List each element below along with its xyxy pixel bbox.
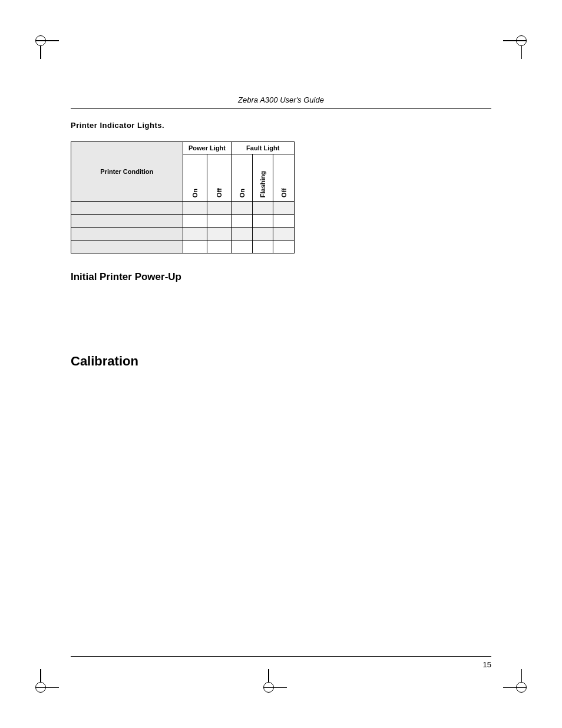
page-header: Zebra A300 User's Guide (71, 94, 491, 109)
table-cell (183, 228, 207, 241)
table-cell (207, 228, 231, 241)
table-cell (183, 241, 207, 253)
table-row (71, 202, 295, 215)
table-cell (207, 241, 231, 253)
table-header-row-1: Printer Condition Power Light Fault Ligh… (71, 142, 295, 154)
col-header-off-2: Off (273, 154, 295, 202)
table-cell (252, 215, 273, 228)
col-header-on-2: On (232, 154, 253, 202)
header-title: Zebra A300 User's Guide (238, 95, 324, 104)
corner-mark-tl (35, 35, 71, 71)
table-cell (273, 241, 295, 253)
col-header-on-1: On (183, 154, 207, 202)
corner-mark-bl (35, 657, 71, 693)
indicator-lights-table: Printer Condition Power Light Fault Ligh… (71, 141, 295, 253)
table-cell (273, 228, 295, 241)
table-cell (207, 215, 231, 228)
table-cell-condition (71, 202, 183, 215)
page-number: 15 (483, 660, 491, 669)
table-cell-condition (71, 228, 183, 241)
table-cell (273, 215, 295, 228)
table-cell (232, 241, 253, 253)
table-row (71, 215, 295, 228)
table-cell-condition (71, 241, 183, 253)
power-light-header: Power Light (183, 142, 232, 154)
table-cell (183, 202, 207, 215)
table-row (71, 228, 295, 241)
table-cell (207, 202, 231, 215)
section-heading-initial-power-up: Initial Printer Power-Up (71, 271, 491, 283)
corner-mark-br (491, 657, 527, 693)
col-header-off-1: Off (207, 154, 231, 202)
col-header-flashing: Flashing (252, 154, 273, 202)
corner-mark-tr (491, 35, 527, 71)
table-cell (252, 228, 273, 241)
table-cell (273, 202, 295, 215)
table-cell (232, 202, 253, 215)
section-heading-indicator-lights: Printer Indicator Lights. (71, 121, 491, 130)
table-cell (252, 241, 273, 253)
table-cell (252, 202, 273, 215)
table-cell (232, 215, 253, 228)
printer-condition-header: Printer Condition (71, 142, 183, 202)
section-heading-calibration: Calibration (71, 354, 491, 369)
table-cell (232, 228, 253, 241)
table-cell (183, 215, 207, 228)
page-content: Zebra A300 User's Guide Printer Indicato… (71, 94, 491, 645)
table-cell-condition (71, 215, 183, 228)
page-number-area: 15 (71, 656, 491, 669)
fault-light-header: Fault Light (232, 142, 295, 154)
table-row (71, 241, 295, 253)
